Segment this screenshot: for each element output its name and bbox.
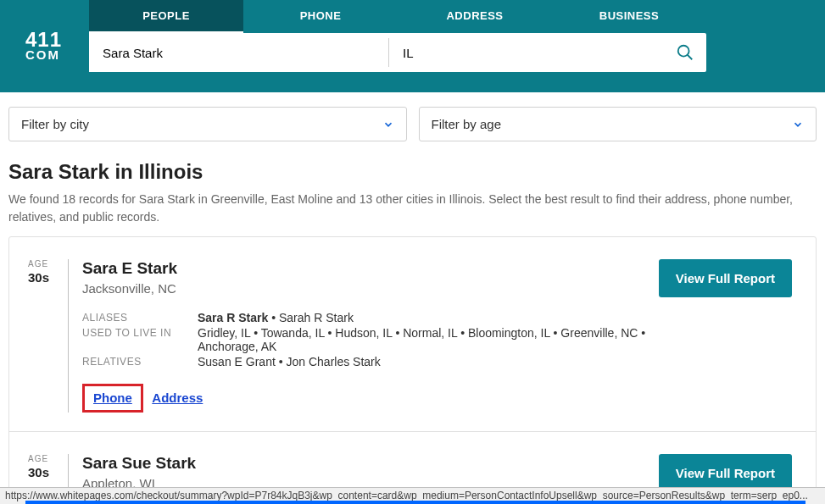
tab-phone[interactable]: PHONE	[243, 0, 398, 33]
lived-in-value: Gridley, IL • Towanda, IL • Hudson, IL •…	[198, 326, 659, 353]
age-label: AGE	[28, 454, 59, 463]
logo-line1: 411	[25, 30, 62, 49]
age-value: 30s	[28, 465, 59, 479]
chevron-down-icon	[792, 119, 804, 130]
aliases-value: Sara R Stark • Sarah R Stark	[198, 311, 659, 324]
age-label: AGE	[28, 259, 59, 269]
tab-business[interactable]: BUSINESS	[552, 0, 706, 33]
page-title: Sara Stark in Illinois	[8, 160, 817, 184]
address-link[interactable]: Address	[152, 390, 203, 405]
aliases-label: ALIASES	[82, 311, 198, 324]
filter-age-label: Filter by age	[432, 117, 502, 131]
search-name-input[interactable]	[89, 33, 388, 72]
search-icon	[676, 43, 694, 62]
filter-city[interactable]: Filter by city	[8, 107, 407, 141]
progress-bar	[25, 501, 805, 504]
result-card: AGE 30s Sara E Stark Jacksonville, NC AL…	[9, 237, 816, 432]
search-location-input[interactable]	[389, 33, 664, 72]
search-button[interactable]	[664, 33, 706, 72]
person-name: Sara Sue Stark	[82, 454, 659, 473]
page-subtitle: We found 18 records for Sara Stark in Gr…	[8, 191, 817, 226]
tab-address[interactable]: ADDRESS	[398, 0, 552, 33]
svg-line-1	[688, 55, 693, 60]
phone-link[interactable]: Phone	[93, 390, 132, 405]
filter-city-label: Filter by city	[21, 117, 89, 131]
person-name: Sara E Stark	[82, 259, 659, 278]
filter-age[interactable]: Filter by age	[419, 107, 817, 141]
search-tabs: PEOPLE PHONE ADDRESS BUSINESS	[89, 0, 706, 33]
logo[interactable]: 411 COM	[25, 30, 62, 60]
view-full-report-button[interactable]: View Full Report	[659, 259, 792, 297]
person-location: Jacksonville, NC	[82, 281, 659, 296]
age-value: 30s	[28, 270, 59, 285]
relatives-value: Susan E Grant • Jon Charles Stark	[198, 355, 659, 368]
lived-in-label: USED TO LIVE IN	[82, 326, 198, 353]
header: 411 COM PEOPLE PHONE ADDRESS BUSINESS	[0, 0, 825, 92]
svg-point-0	[678, 46, 689, 57]
results-list: AGE 30s Sara E Stark Jacksonville, NC AL…	[8, 236, 817, 504]
search-bar	[89, 33, 706, 72]
filters-row: Filter by city Filter by age	[0, 92, 825, 141]
chevron-down-icon	[382, 119, 394, 130]
content: Sara Stark in Illinois We found 18 recor…	[0, 141, 825, 504]
relatives-label: RELATIVES	[82, 355, 198, 368]
tab-people[interactable]: PEOPLE	[89, 0, 243, 33]
phone-link-highlight: Phone	[82, 384, 143, 413]
logo-line2: COM	[25, 49, 62, 61]
